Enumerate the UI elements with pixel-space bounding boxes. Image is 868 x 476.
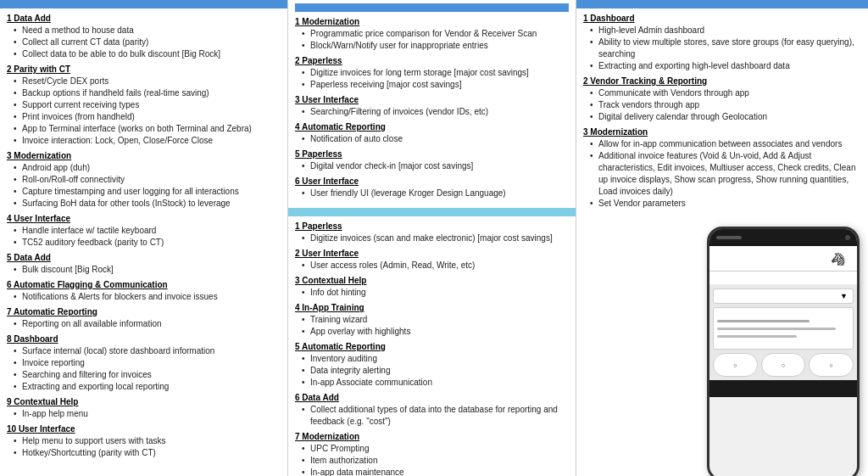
list-item: Digitize invoices for long term storage … xyxy=(302,67,569,79)
section-items-t6: User friendly UI (leverage Kroger Design… xyxy=(295,188,569,199)
section-title-s7: 7 Automatic Reporting xyxy=(7,307,281,316)
list-item: Item authorization xyxy=(302,455,569,467)
section-title-s9: 9 Contextual Help xyxy=(7,397,281,406)
list-item: Handle interface w/ tactile keyboard xyxy=(14,225,281,237)
list-item: In-app help menu xyxy=(14,408,281,420)
fourth-priority-content: 1 DashboardHigh-level Admin dashboardAbi… xyxy=(576,8,868,215)
phone-buttons-row: ○ ○ ○ xyxy=(713,353,854,377)
phone-mockup: 🦓 ▼ xyxy=(707,227,860,476)
phone-screen: ▼ ○ ○ ○ xyxy=(709,285,857,380)
list-item: In-app data maintenance xyxy=(302,467,569,476)
scan-line-1 xyxy=(717,320,810,322)
section-items-s10: Help menu to support users with tasksHot… xyxy=(7,435,281,459)
list-item: Notifications & Alerts for blockers and … xyxy=(14,291,281,303)
list-item: App overlay with highlights xyxy=(302,326,569,338)
section-items-s8: Surface internal (local) store dashboard… xyxy=(7,345,281,393)
section-items-f1: High-level Admin dashboardAbility to vie… xyxy=(583,25,861,72)
list-item: Notification of auto close xyxy=(302,133,569,145)
section-items-r5: Inventory auditingData integrity alertin… xyxy=(295,353,569,389)
section-items-s4: Handle interface w/ tactile keyboardTC52… xyxy=(7,225,281,249)
section-items-r7: UPC PromptingItem authorizationIn-app da… xyxy=(295,443,569,476)
section-items-s5: Bulk discount [Big Rock] xyxy=(7,264,281,276)
list-item: Block/Warn/Notify user for inappropriate… xyxy=(302,40,569,52)
phone-btn-1[interactable]: ○ xyxy=(713,353,758,377)
section-items-r3: Info dot hinting xyxy=(295,287,569,299)
section-title-r2: 2 User Interface xyxy=(295,249,569,258)
list-item: Info dot hinting xyxy=(302,287,569,299)
list-item: Paperless receiving [major cost savings] xyxy=(302,79,569,91)
list-item: Set Vendor parameters xyxy=(590,198,861,210)
section-items-t5: Digital vendor check-in [major cost savi… xyxy=(295,160,569,172)
chevron-down-icon: ▼ xyxy=(840,292,848,300)
section-title-t5: 5 Paperless xyxy=(295,149,569,159)
third-priority-content: 1 PaperlessDigitize invoices (scan and m… xyxy=(288,216,576,476)
list-item: Searching/Filtering of invoices (vendor … xyxy=(302,106,569,118)
list-item: Collect data to be able to do bulk disco… xyxy=(14,48,281,60)
section-items-s1: Need a method to house dataCollect all c… xyxy=(7,25,281,60)
list-item: Support current receiving types xyxy=(14,99,281,111)
section-items-t3: Searching/Filtering of invoices (vendor … xyxy=(295,106,569,118)
list-item: Android app (duh) xyxy=(14,162,281,174)
list-item: Allow for in-app communication between a… xyxy=(590,138,861,150)
section-items-f2: Communicate with Vendors through appTrac… xyxy=(583,87,861,123)
list-item: TC52 auditory feedback (parity to CT) xyxy=(14,237,281,249)
section-items-s6: Notifications & Alerts for blockers and … xyxy=(7,291,281,303)
list-item: User friendly UI (leverage Kroger Design… xyxy=(302,188,569,199)
section-title-s10: 10 User Interface xyxy=(7,424,281,434)
list-item: Need a method to house data xyxy=(14,25,281,36)
section-title-r4: 4 In-App Training xyxy=(295,303,569,312)
list-item: Surface internal (local) store dashboard… xyxy=(14,345,281,357)
phone-btn-2[interactable]: ○ xyxy=(761,353,806,377)
section-title-t3: 3 User Interface xyxy=(295,95,569,104)
section-items-t1: Programmatic price comparison for Vendor… xyxy=(295,28,569,52)
secondary-priority-column: 1 ModernizationProgrammatic price compar… xyxy=(288,0,576,476)
section-title-s5: 5 Data Add xyxy=(7,253,281,262)
third-priority-header xyxy=(288,208,576,216)
list-item: Data integrity alerting xyxy=(302,365,569,377)
section-title-t6: 6 User Interface xyxy=(295,176,569,186)
list-item: Capture timestamping and user logging fo… xyxy=(14,186,281,198)
section-title-r1: 1 Paperless xyxy=(295,221,569,231)
list-item: Digitize invoices (scan and make electro… xyxy=(302,232,569,244)
phone-top-bar xyxy=(709,229,857,246)
list-item: Searching and filtering for invoices xyxy=(14,369,281,381)
section-title-s4: 4 User Interface xyxy=(7,214,281,223)
list-item: Collect additional types of data into th… xyxy=(302,404,569,428)
section-title-r6: 6 Data Add xyxy=(295,393,569,402)
section-title-t4: 4 Automatic Reporting xyxy=(295,122,569,132)
section-items-t2: Digitize invoices for long term storage … xyxy=(295,67,569,91)
device-area: 🦓 ▼ xyxy=(576,215,868,476)
phone-btn-3[interactable]: ○ xyxy=(809,353,854,377)
top-priority-column: 1 Data AddNeed a method to house dataCol… xyxy=(0,0,288,476)
section-items-r4: Training wizardApp overlay with highligh… xyxy=(295,314,569,338)
list-item: Digital vendor check-in [major cost savi… xyxy=(302,160,569,172)
list-item: Collect all current CT data (parity) xyxy=(14,36,281,48)
zebra-icon: 🦓 xyxy=(831,252,845,266)
list-item: Extracting and exporting local reporting xyxy=(14,381,281,393)
list-item: In-app Associate communication xyxy=(302,377,569,389)
section-items-s9: In-app help menu xyxy=(7,408,281,420)
phone-status-bar xyxy=(709,272,857,285)
list-item: UPC Prompting xyxy=(302,443,569,455)
fourth-priority-column: 1 DashboardHigh-level Admin dashboardAbi… xyxy=(576,0,868,476)
secondary-priority-top: 1 ModernizationProgrammatic price compar… xyxy=(288,0,576,208)
list-item: Roll-on/Roll-off connectivity xyxy=(14,174,281,186)
list-item: Help menu to support users with tasks xyxy=(14,435,281,447)
section-title-f3: 3 Modernization xyxy=(583,127,861,137)
list-item: High-level Admin dashboard xyxy=(590,25,861,36)
list-item: Training wizard xyxy=(302,314,569,326)
section-items-f3: Allow for in-app communication between a… xyxy=(583,138,861,210)
list-item: Communicate with Vendors through app xyxy=(590,87,861,99)
list-item: Invoice reporting xyxy=(14,357,281,369)
section-title-r7: 7 Modernization xyxy=(295,432,569,441)
section-items-s3: Android app (duh)Roll-on/Roll-off connec… xyxy=(7,162,281,210)
top-priority-header xyxy=(0,0,287,8)
list-item: Invoice interaction: Lock, Open, Close/F… xyxy=(14,135,281,147)
section-items-t4: Notification of auto close xyxy=(295,133,569,145)
fourth-priority-header xyxy=(576,0,868,8)
secondary-priority-header xyxy=(295,3,569,12)
main-container: 1 Data AddNeed a method to house dataCol… xyxy=(0,0,868,476)
section-title-f2: 2 Vendor Tracking & Reporting xyxy=(583,76,861,86)
section-items-s2: Reset/Cycle DEX portsBackup options if h… xyxy=(7,76,281,147)
phone-camera xyxy=(845,235,850,240)
